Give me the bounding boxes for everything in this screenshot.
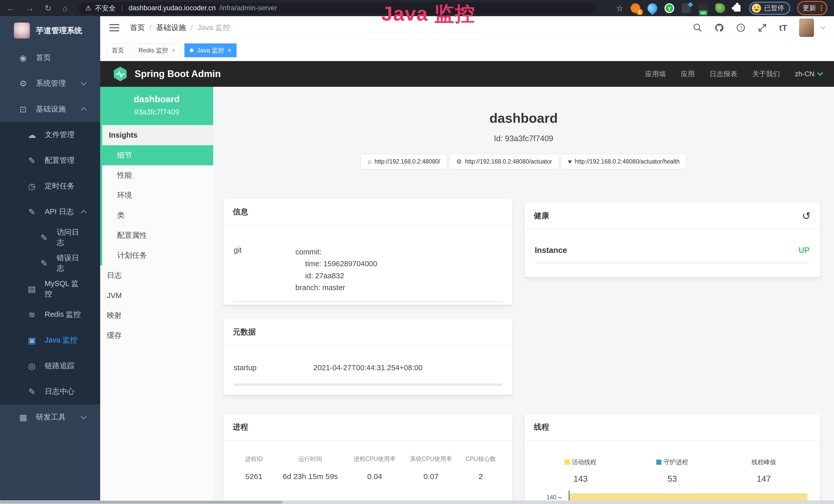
browser-back-icon[interactable]: ← <box>7 4 15 12</box>
browser-menu-icon[interactable] <box>821 5 822 11</box>
sidebar-item-config-management[interactable]: ✎ 配置管理 <box>0 147 100 173</box>
user-avatar[interactable] <box>799 19 814 37</box>
address-separator <box>122 5 122 12</box>
app-logo[interactable]: 芋道管理系统 <box>0 16 100 45</box>
security-label[interactable]: 不安全 <box>95 4 115 13</box>
process-col-header: 进程ID <box>234 455 274 463</box>
sidebar-item-java-monitor[interactable]: ▣ Java 监控 <box>0 327 100 353</box>
extension-icon-sprout[interactable] <box>715 3 725 13</box>
sba-nav-wallboard[interactable]: 应用墙 <box>645 69 666 78</box>
sba-nav-journal[interactable]: 日志报表 <box>709 69 737 78</box>
sba-nav-applications[interactable]: 应用 <box>681 69 695 78</box>
browser-update-button[interactable]: 更新 <box>797 1 827 15</box>
sba-brand-label: Spring Boot Admin <box>135 69 221 79</box>
chevron-up-icon <box>81 107 87 113</box>
tag-view-bar: 首页 Redis 监控 × Java 监控 × <box>100 39 834 61</box>
fullscreen-icon[interactable] <box>758 23 767 32</box>
sidebar-item-label: 定时任务 <box>45 181 74 191</box>
browser-home-icon[interactable]: ⌂ <box>62 4 67 12</box>
sidebar-item-access-logs[interactable]: ✎ 访问日志 <box>0 225 100 250</box>
sba-side-item-logs[interactable]: 日志 <box>100 266 213 285</box>
browser-reload-icon[interactable]: ↻ <box>45 4 52 12</box>
chevron-down-icon[interactable] <box>820 24 826 29</box>
extension-icon-y[interactable]: y <box>664 3 674 13</box>
sidebar-item-log-center[interactable]: ✎ 日志中心 <box>0 379 100 404</box>
extension-y-glyph: y <box>665 4 673 12</box>
health-url-link[interactable]: ♥ http://192.168.0.2:48080/actuator/heal… <box>561 154 686 169</box>
sba-side-item-caches[interactable]: 缓存 <box>100 325 213 346</box>
sba-side-item-scheduled[interactable]: 计划任务 <box>102 246 213 266</box>
sba-nav-about[interactable]: 关于我们 <box>752 69 780 78</box>
sba-side-item-environment[interactable]: 环境 <box>102 185 213 205</box>
sba-locale-select[interactable]: zh-CN <box>795 70 822 78</box>
extension-badge-count: 1 <box>637 9 643 15</box>
sidebar-item-label: 链路追踪 <box>45 361 74 371</box>
sidebar-item-system[interactable]: ⚙ 系统管理 <box>0 71 100 96</box>
sidebar-item-file-management[interactable]: ☁ 文件管理 <box>0 122 100 147</box>
sidebar-item-dev-tools[interactable]: ▦ 研发工具 <box>0 404 100 430</box>
tab-label: Redis 监控 <box>138 46 168 54</box>
sba-side-item-jvm[interactable]: JVM <box>100 285 213 305</box>
sba-side-item-details[interactable]: 细节 <box>102 145 213 165</box>
info-line: time: 1596289704000 <box>295 258 377 270</box>
process-card-title: 进程 <box>223 414 512 441</box>
sidebar-item-tracing[interactable]: ◎ 链路追踪 <box>0 353 100 379</box>
page-title: dashboard <box>213 110 834 126</box>
sidebar-item-redis-monitor[interactable]: ≋ Redis 监控 <box>0 302 100 327</box>
sidebar-item-error-logs[interactable]: ✎ 错误日志 <box>0 250 100 276</box>
tab-home[interactable]: 首页 <box>106 43 129 57</box>
sidebar-item-mysql-monitor[interactable]: ▤ MySQL 监控 <box>0 276 100 302</box>
bookmark-star-icon[interactable]: ☆ <box>616 3 623 13</box>
metadata-key: startup <box>234 364 313 372</box>
infrastructure-icon: ⊡ <box>17 104 29 114</box>
extension-icon-pin[interactable] <box>645 1 659 15</box>
threads-card-title: 线程 <box>525 414 820 441</box>
legend-label-live: 活动线程 <box>572 458 596 466</box>
sidebar-item-label: 错误日志 <box>57 253 86 273</box>
extension-icon-orange[interactable]: 1 <box>631 3 640 13</box>
actuator-url-link[interactable]: ⚙ http://192.168.0.2:48080/actuator <box>449 154 559 169</box>
address-bar[interactable]: ⚠ 不安全 dashboard.yudao.iocoder.cn/infra/a… <box>78 2 596 14</box>
profile-paused-badge[interactable]: 已暂停 <box>749 2 790 15</box>
url-path[interactable]: /infra/admin-server <box>219 4 277 12</box>
layers-icon: ≋ <box>26 310 38 320</box>
scrollbar-thumb[interactable] <box>0 501 283 503</box>
metadata-value: 2021-04-27T00:44:31.254+08:00 <box>313 364 422 372</box>
history-icon[interactable]: ↺ <box>802 211 811 221</box>
help-icon[interactable]: ? <box>736 23 746 32</box>
sidebar-item-api-logs[interactable]: ✎ API 日志 <box>0 199 100 225</box>
browser-forward-icon[interactable]: → <box>26 4 34 12</box>
sba-side-item-metrics[interactable]: 性能 <box>102 165 213 185</box>
extension-icon-grid[interactable] <box>681 3 691 13</box>
tab-label: 首页 <box>112 46 124 54</box>
breadcrumb-item[interactable]: 首页 <box>130 23 145 33</box>
hamburger-icon[interactable] <box>109 24 119 31</box>
sba-instance-header[interactable]: dashboard 93a3fc7f7409 <box>100 87 213 125</box>
database-icon: ▤ <box>26 284 38 294</box>
extension-icon-switch[interactable]: on <box>698 3 708 13</box>
sba-side-item-classes[interactable]: 类 <box>102 205 213 225</box>
horizontal-scrollbar[interactable] <box>0 500 834 504</box>
breadcrumb-item[interactable]: 基础设施 <box>156 23 186 33</box>
url-host[interactable]: dashboard.yudao.iocoder.cn <box>128 4 216 12</box>
close-icon[interactable]: × <box>227 47 231 53</box>
extensions-puzzle-icon[interactable] <box>734 5 741 12</box>
legend-label-peak: 线程峰值 <box>751 458 776 466</box>
search-icon[interactable] <box>693 23 702 32</box>
sidebar-item-scheduled-tasks[interactable]: ◷ 定时任务 <box>0 173 100 199</box>
sidebar-item-home[interactable]: ◉ 首页 <box>0 45 100 71</box>
close-icon[interactable]: × <box>172 47 175 53</box>
tab-java-monitor[interactable]: Java 监控 × <box>184 43 237 57</box>
y-axis-tick: 140 <box>535 494 562 501</box>
info-card-title: 信息 <box>223 199 512 225</box>
github-icon[interactable] <box>714 23 724 32</box>
sba-side-item-mappings[interactable]: 映射 <box>100 305 213 325</box>
sidebar-item-infrastructure[interactable]: ⊡ 基础设施 <box>0 96 100 122</box>
tab-redis-monitor[interactable]: Redis 监控 × <box>133 43 181 57</box>
sba-brand[interactable]: Spring Boot Admin <box>112 66 221 82</box>
sba-side-item-config-props[interactable]: 配置属性 <box>102 225 213 246</box>
font-size-icon[interactable]: tT <box>779 23 787 33</box>
service-url-link[interactable]: ⌂ http://192.168.0.2:48080/ <box>360 154 447 169</box>
process-value-sys-cpu: 0.07 <box>403 472 459 481</box>
sidebar-item-label: 访问日志 <box>57 227 86 248</box>
